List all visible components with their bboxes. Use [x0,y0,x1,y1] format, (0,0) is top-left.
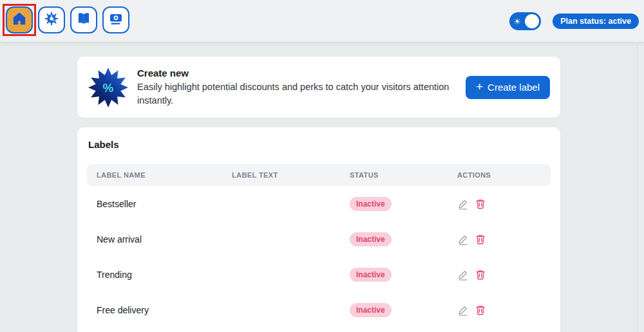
discount-starburst-icon: % [88,67,129,108]
delete-trash-icon[interactable] [475,269,486,281]
guide-nav-button[interactable] [70,6,97,33]
nav-button-group [6,6,129,33]
label-name-cell: Trending [97,270,232,280]
delete-trash-icon[interactable] [475,198,486,210]
top-bar: ☀ Plan status: active [0,0,644,42]
money-icon [108,11,124,29]
status-badge: Inactive [350,268,392,282]
table-row: New arrival Inactive [87,221,551,257]
table-row: Trending Inactive [87,257,551,292]
labels-table-body: Bestseller Inactive [87,186,551,327]
create-new-texts: Create new Easily highlight potential di… [137,68,466,107]
row-actions [457,304,541,316]
create-new-description: Easily highlight potential discounts and… [137,80,454,107]
status-badge: Inactive [350,232,392,246]
labels-card-title: Labels [88,139,551,150]
theme-toggle[interactable]: ☀ [509,12,541,30]
status-badge: Inactive [350,303,392,317]
delete-trash-icon[interactable] [475,304,486,316]
create-new-card: % Create new Easily highlight potential … [77,57,560,118]
edit-pencil-icon[interactable] [457,234,469,245]
label-name-cell: New arrival [97,234,232,244]
table-row: Free delivery Inactive [87,292,551,327]
edit-pencil-icon[interactable] [457,304,469,316]
create-new-title: Create new [137,68,466,78]
sun-icon: ☀ [513,17,521,26]
create-label-button[interactable]: + Create label [466,76,550,99]
edit-pencil-icon[interactable] [457,269,469,281]
plan-status-badge: Plan status: active [553,14,639,29]
row-actions [457,234,541,245]
settings-nav-button[interactable] [38,6,65,33]
create-label-button-text: Create label [488,82,540,93]
home-nav-button[interactable] [6,6,33,33]
toggle-knob [525,14,539,28]
row-actions [457,269,541,281]
edit-pencil-icon[interactable] [457,198,469,210]
gear-icon [44,11,59,29]
svg-text:%: % [103,81,114,95]
label-name-cell: Free delivery [97,305,232,315]
column-header-label-name: Label name [97,171,232,179]
plus-icon: + [476,80,483,93]
row-actions [457,198,541,210]
top-bar-right: ☀ Plan status: active [509,0,639,42]
home-nav-annotated [6,6,33,33]
billing-nav-button[interactable] [102,6,129,33]
label-name-cell: Bestseller [97,199,232,209]
table-row: Bestseller Inactive [87,186,551,221]
labels-card: Labels Label name Label text Status Acti… [77,127,560,332]
scrollbar-track[interactable] [637,43,638,332]
column-header-label-text: Label text [232,171,350,179]
column-header-status: Status [350,171,457,179]
table-header-row: Label name Label text Status Actions [87,164,551,186]
status-badge: Inactive [350,197,392,211]
column-header-actions: Actions [457,171,541,179]
delete-trash-icon[interactable] [475,234,486,245]
open-book-icon [76,11,91,29]
home-icon [12,11,27,29]
